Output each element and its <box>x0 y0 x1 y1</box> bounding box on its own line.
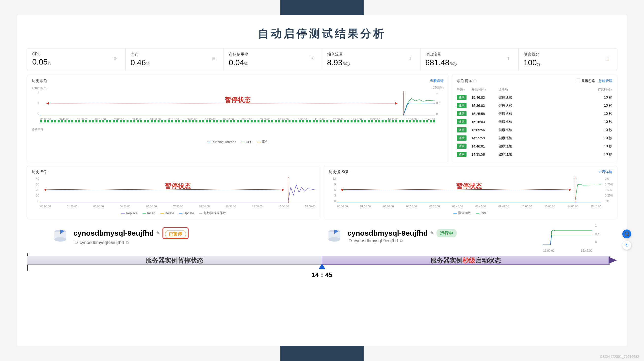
timeline-right: 服务器实例秒级启动状态 <box>322 256 610 265</box>
instance-name: cynosdbmysql-9eujfhd <box>347 229 428 238</box>
sort-icon[interactable]: ▾ <box>485 88 486 91</box>
level-badge: 健康 <box>457 119 466 124</box>
pause-divider <box>288 177 288 203</box>
timeline: 服务器实例暂停状态 服务器实例秒级启动状态 14：45 <box>27 254 617 268</box>
level-badge: 健康 <box>457 111 466 116</box>
float-buttons: 🎧 ↻ <box>622 230 631 250</box>
slow-sql-panel: 历史慢 SQL 查看详情 129630 1%0.75%0.5%0.25%0% 暂… <box>324 166 617 219</box>
level-badge: 健康 <box>457 144 466 149</box>
history-diag-legend: Running ThreadsCPU事件 <box>32 140 444 144</box>
show-ignore-checkbox[interactable]: 显示忽略 <box>577 78 595 83</box>
pause-divider <box>404 91 404 116</box>
metric-unit: % <box>146 62 149 66</box>
edit-icon[interactable]: ✎ <box>156 230 160 236</box>
level-badge: 健康 <box>457 127 466 132</box>
id-label: ID <box>73 240 78 245</box>
metric-health: 健康得分 100分 📋 <box>519 48 617 71</box>
slow-sql-title: 历史慢 SQL <box>329 170 349 174</box>
diag-table: 等级▾ 开始时间▾ 诊断项 持续时长▾ 健康 15:46:02 健康巡检 10 … <box>457 86 612 158</box>
metric-value: 0.05 <box>32 58 48 66</box>
y-right-label: CPU(%) <box>433 86 444 90</box>
pause-label: 暂停状态 <box>225 95 250 104</box>
svg-point-1 <box>54 237 66 242</box>
page: 自动启停测试结果分析 CPU 0.05% ⚙ 内存 0.46% ▤ 存储使用率 … <box>17 15 627 346</box>
edit-icon[interactable]: ✎ <box>430 230 434 236</box>
legend-item: 慢查询数 <box>454 211 471 215</box>
mini-chart-svg <box>543 224 592 248</box>
pause-label: 暂停状态 <box>165 182 191 190</box>
level-badge: 健康 <box>457 103 466 108</box>
table-row[interactable]: 健康 14:46:01 健康巡检 10 秒 <box>457 142 612 150</box>
legend-item: Update <box>179 211 194 215</box>
accent-bottom <box>280 346 364 361</box>
table-row[interactable]: 健康 15:36:03 健康巡检 10 秒 <box>457 102 612 110</box>
legend-item: 事件 <box>257 140 268 144</box>
metric-label: 健康得分 <box>524 52 612 57</box>
sort-icon[interactable]: ▾ <box>611 88 612 91</box>
sort-icon[interactable]: ▾ <box>464 88 465 91</box>
slow-sql-link[interactable]: 查看详情 <box>598 170 612 174</box>
table-row[interactable]: 健康 15:25:58 健康巡检 10 秒 <box>457 110 612 118</box>
level-badge: 健康 <box>457 95 466 100</box>
pause-arrow <box>46 189 282 190</box>
level-badge: 健康 <box>457 136 466 140</box>
metric-unit: 分 <box>537 62 540 66</box>
events-label: 诊断事件 <box>32 128 444 132</box>
metric-unit: % <box>244 62 248 66</box>
database-icon <box>52 228 69 245</box>
history-sql-panel: 历史 SQL 403020100 暂停状态 00:00:0001:30:0003… <box>27 166 320 219</box>
pause-arrow <box>48 103 396 104</box>
metric-out: 输出流量 681.48B/秒 ⬆ <box>420 48 519 71</box>
watermark: CSDN @2301_79516682 <box>600 354 639 358</box>
y-left-label: Threads(个) <box>32 86 48 90</box>
support-icon[interactable]: 🎧 <box>622 230 631 238</box>
pause-label: 暂停状态 <box>456 182 482 190</box>
diag-tips-panel: 诊断提示ⓘ 显示忽略 忽略管理 等级▾ 开始时间▾ 诊断项 持续时长▾ 健康 1… <box>452 74 617 162</box>
metric-value: 0.04 <box>229 58 244 67</box>
metric-label: 输出流量 <box>426 52 514 57</box>
timeline-marker-icon <box>318 264 326 269</box>
metric-value: 681.48 <box>426 58 450 67</box>
history-diag-link[interactable]: 查看详情 <box>430 79 444 83</box>
legend-item: Insert <box>142 211 155 215</box>
accent-top <box>280 0 364 15</box>
table-row[interactable]: 健康 15:46:02 健康巡检 10 秒 <box>457 93 612 102</box>
metric-label: 输入流量 <box>327 52 415 57</box>
metric-label: CPU <box>32 52 120 56</box>
storage-icon: 🗄 <box>310 56 317 63</box>
legend-item: CPU <box>241 140 252 144</box>
mini-chart: 1 0.5 0 15:00:00 15:45:00 <box>543 224 592 248</box>
in-icon: ⬇ <box>408 56 415 63</box>
timeline-arrow-icon <box>608 257 617 264</box>
ignore-mgmt-link[interactable]: 忽略管理 <box>598 79 612 83</box>
status-badge-running: 运行中 <box>436 229 457 238</box>
instance-right: cynosdbmysql-9eujfhd ✎ 运行中 ID cynosdbmys… <box>326 224 592 248</box>
refresh-icon[interactable]: ↻ <box>622 241 631 250</box>
metric-value: 0.46 <box>130 58 146 67</box>
history-sql-title: 历史 SQL <box>32 170 48 174</box>
instances-row: cynosdbmysql-9eujfhd ✎ 已暂停 ID cynosdbmys… <box>27 224 617 248</box>
metric-memory: 内存 0.46% ▤ <box>126 48 224 71</box>
table-row[interactable]: 健康 15:05:56 健康巡检 10 秒 <box>457 126 612 134</box>
history-sql-legend: ReplaceInsertDeleteUpdate每秒执行操作数 <box>32 211 316 215</box>
metric-value: 100 <box>524 58 537 67</box>
level-badge: 健康 <box>457 152 466 157</box>
page-title: 自动启停测试结果分析 <box>27 26 617 41</box>
table-row[interactable]: 健康 14:35:58 健康巡检 10 秒 <box>457 150 612 158</box>
copy-icon[interactable]: ⧉ <box>126 240 128 245</box>
database-icon <box>326 228 343 245</box>
metric-unit: B/秒 <box>450 62 457 66</box>
history-diag-title: 历史诊断 <box>32 78 48 84</box>
id-label: ID <box>347 238 352 244</box>
metric-unit: % <box>48 61 51 65</box>
diag-tips-title: 诊断提示ⓘ <box>457 78 476 84</box>
table-row[interactable]: 健康 14:55:59 健康巡检 10 秒 <box>457 134 612 142</box>
copy-icon[interactable]: ⧉ <box>400 238 402 243</box>
history-diag-chart: 210 10.50 暂停状态 00:00:0000:45:0001:30:000… <box>32 91 444 121</box>
pause-divider <box>575 177 575 203</box>
table-row[interactable]: 健康 15:16:03 健康巡检 10 秒 <box>457 118 612 126</box>
status-badge-paused: 已暂停 <box>165 230 186 238</box>
timeline-time: 14：45 <box>312 271 332 279</box>
instance-id: cynosdbmysql-9eujfhd <box>354 238 398 244</box>
legend-item: Delete <box>160 211 174 215</box>
